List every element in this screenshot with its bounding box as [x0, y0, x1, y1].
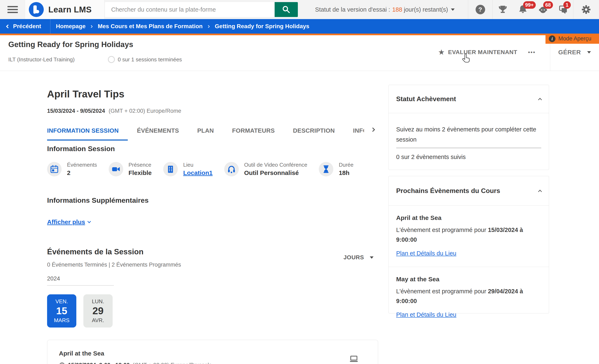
course-type-label: ILT (Instructor-Led Training) [8, 56, 75, 63]
assistant-button[interactable]: 68 [533, 0, 553, 19]
gamification-button[interactable] [493, 0, 513, 19]
hourglass-icon [319, 162, 333, 176]
location-link[interactable]: Location1 [183, 169, 213, 176]
manage-label: GÉRER [558, 49, 581, 56]
tab-formateurs[interactable]: FORMATEURS [223, 126, 284, 139]
show-more-label: Afficher plus [47, 218, 85, 225]
tile-day: 15 [56, 305, 67, 317]
course-meta-row: ILT (Instructor-Led Training) 0 sur 1 se… [8, 56, 182, 63]
session-info-row: Événements 2 Présence Flexible [47, 162, 353, 176]
info-label: Événements [67, 162, 97, 168]
session-timezone: (GMT + 02:00) Europe/Rome [109, 108, 181, 114]
help-button[interactable]: ? [468, 0, 492, 19]
event-title: April at the Sea [59, 350, 366, 357]
session-tabs: INFORMATION SESSIONÉVÉNEMENTSPLANFORMATE… [47, 126, 378, 140]
info-item-video-conference: Outil de Video Conférence Outil Personna… [224, 162, 307, 176]
breadcrumb-bar: Précédent Homepage › Mes Cours et Mes Pl… [0, 19, 599, 34]
evaluate-now-button[interactable]: ★ EVALUER MAINTENANT [438, 48, 517, 56]
day-tiles: VEN. 15 MARS LUN. 29 AVR. [47, 294, 113, 328]
view-mode-dropdown[interactable]: JOURS [344, 254, 374, 261]
caret-down-icon [451, 9, 455, 11]
tabs-overflow-button[interactable] [371, 128, 374, 132]
search-button[interactable] [275, 2, 298, 17]
messages-badge: 1 [563, 1, 571, 9]
info-item-evenements: Événements 2 [47, 162, 97, 176]
search-icon [282, 5, 291, 14]
manage-button[interactable]: GÉRER [550, 48, 599, 57]
breadcrumb: Homepage › Mes Cours et Mes Plans de For… [56, 23, 309, 30]
breadcrumb-divider [50, 19, 50, 34]
search-bar [105, 2, 298, 17]
tile-weekday: LUN. [92, 298, 104, 305]
upcoming-event: April at the Sea L'évènement est program… [389, 206, 549, 267]
event-schedule-text: L'évènement est programmé pour 15/03/202… [396, 225, 541, 245]
progress-bar [396, 147, 541, 149]
breadcrumb-item-homepage[interactable]: Homepage [56, 23, 86, 30]
tile-month: AVR. [92, 317, 104, 324]
hamburger-menu-button[interactable] [8, 5, 18, 14]
event-schedule-text: L'évènement est programmé pour 29/04/202… [396, 286, 541, 306]
day-tile-selected[interactable]: VEN. 15 MARS [47, 294, 76, 328]
chevron-right-icon [371, 128, 375, 132]
schedule-prefix: L'évènement est programmé pour [396, 288, 486, 295]
info-label: Lieu [183, 162, 213, 168]
upcoming-events-card: Prochains Évènements du Cours April at t… [388, 176, 549, 313]
notification-badge: 99+ [523, 1, 536, 9]
notifications-button[interactable]: 99+ [513, 0, 533, 19]
breadcrumb-item-courses[interactable]: Mes Cours et Mes Plans de Formation [98, 23, 203, 30]
tab-evenements[interactable]: ÉVÉNEMENTS [128, 126, 188, 139]
session-panel: April Travel Tips 15/03/2024 - 9/05/2024… [47, 71, 378, 364]
settings-button[interactable] [573, 0, 599, 19]
show-more-link[interactable]: Afficher plus [47, 218, 90, 225]
tile-day: 29 [93, 305, 104, 317]
venue-details-link[interactable]: Plan et Détails du Lieu [396, 250, 456, 257]
tab-information-session[interactable]: INFORMATION SESSION [47, 126, 128, 140]
app-logo[interactable]: Learn LMS [25, 0, 105, 19]
search-input[interactable] [105, 2, 275, 17]
ellipsis-icon: ••• [528, 49, 536, 56]
back-button[interactable]: Précédent [0, 19, 50, 34]
caret-down-icon [370, 256, 374, 259]
evaluate-now-label: EVALUER MAINTENANT [448, 49, 517, 56]
globe-icon [59, 362, 65, 364]
event-timezone: (GMT + 02:00) Europe/Brussels [132, 362, 211, 364]
chevron-up-icon[interactable] [538, 190, 542, 193]
event-card: April at the Sea 15/03/2024, 9:00 - 18:0… [47, 340, 378, 364]
chevron-separator: › [91, 22, 93, 30]
info-item-duree: Durée 18h [319, 162, 353, 176]
tab-info[interactable]: INFO [344, 126, 364, 139]
laptop-icon [349, 356, 358, 364]
info-value: 2 [67, 169, 97, 176]
trial-days-remaining: 188 [392, 6, 402, 13]
events-summary: 0 Événements Terminés | 2 Événements Pro… [47, 262, 181, 268]
section-heading-session-events: Événements de la Session [47, 248, 143, 256]
building-icon [163, 162, 178, 176]
info-value: 18h [339, 169, 353, 176]
preview-mode-badge: i Mode Aperçu [546, 34, 599, 44]
star-icon: ★ [438, 48, 445, 57]
session-title: April Travel Tips [47, 88, 124, 100]
chevron-up-icon[interactable] [538, 98, 542, 102]
info-icon: i [549, 35, 555, 42]
tile-month: MARS [54, 317, 70, 324]
trial-status-dropdown[interactable]: Statut de la version d'essai : 188 jour(… [315, 6, 455, 13]
chevron-separator: › [208, 22, 210, 30]
day-tile[interactable]: LUN. 29 AVR. [83, 294, 113, 328]
cursor-pointer-icon [462, 53, 471, 63]
tab-description[interactable]: DESCRIPTION [284, 126, 344, 139]
info-value: Outil Personnalisé [244, 169, 307, 176]
venue-details-link[interactable]: Plan et Détails du Lieu [396, 311, 456, 318]
more-options-button[interactable]: ••• [528, 48, 536, 56]
trial-status-text: Statut de la version d'essai : [315, 6, 390, 13]
upcoming-event: May at the Sea L'évènement est programmé… [389, 267, 549, 328]
messages-button[interactable]: 1 [553, 0, 573, 19]
event-name: April at the Sea [396, 214, 541, 221]
session-date-range: 15/03/2024 - 9/05/2024 [47, 108, 105, 114]
progress-label: 0 sur 2 évènements suivis [396, 154, 541, 160]
view-mode-label: JOURS [344, 254, 364, 261]
trial-status-suffix: jour(s) restant(s) [404, 6, 448, 13]
completion-card-title: Statut Achèvement [396, 95, 456, 103]
tab-plan[interactable]: PLAN [188, 126, 223, 139]
course-header: Getting Ready for Spring Holidays ILT (I… [0, 35, 599, 71]
info-item-lieu: Lieu Location1 [163, 162, 213, 176]
